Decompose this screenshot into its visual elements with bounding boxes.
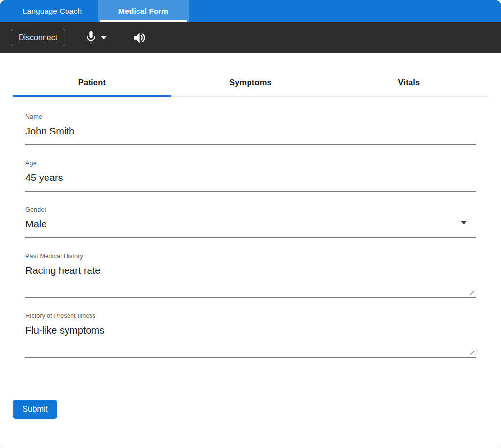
top-nav-bar: Language Coach Medical Form xyxy=(0,0,501,22)
history-present-illness-textarea[interactable]: Flu-like symptoms xyxy=(25,324,476,336)
tab-patient[interactable]: Patient xyxy=(13,68,171,96)
toolbar: Disconnect xyxy=(0,22,501,53)
gender-field[interactable]: Gender Male xyxy=(25,206,476,238)
past-medical-history-field: Past Medical History Racing heart rate xyxy=(25,253,476,298)
mic-control[interactable] xyxy=(85,30,107,45)
tab-language-coach[interactable]: Language Coach xyxy=(7,0,98,22)
age-field-label: Age xyxy=(25,160,476,167)
app-window: Language Coach Medical Form Disconnect xyxy=(0,0,501,448)
tab-language-coach-label: Language Coach xyxy=(23,7,82,16)
disconnect-button[interactable]: Disconnect xyxy=(11,29,65,46)
resize-handle-icon[interactable] xyxy=(469,349,475,354)
tab-symptoms[interactable]: Symptoms xyxy=(171,68,330,96)
history-present-illness-field: History of Present Illness Flu-like symp… xyxy=(25,313,476,358)
history-present-illness-label: History of Present Illness xyxy=(25,313,476,319)
submit-button[interactable]: Submit xyxy=(13,400,57,419)
speaker-icon[interactable] xyxy=(132,31,146,45)
microphone-icon[interactable] xyxy=(85,30,97,45)
name-field-label: Name xyxy=(25,113,476,120)
tab-symptoms-label: Symptoms xyxy=(229,78,272,87)
gender-select[interactable]: Male xyxy=(25,218,476,230)
tab-patient-label: Patient xyxy=(78,78,106,87)
age-field: Age 45 years xyxy=(25,160,476,192)
chevron-down-icon[interactable] xyxy=(100,35,107,40)
name-field: Name John Smith xyxy=(25,113,476,145)
tab-medical-form-label: Medical Form xyxy=(118,7,168,16)
tab-vitals-label: Vitals xyxy=(398,78,420,87)
patient-fields: Name John Smith Age 45 years Gender Male… xyxy=(25,113,476,358)
form-page: Patient Symptoms Vitals Name John Smith … xyxy=(0,53,501,448)
form-tabs: Patient Symptoms Vitals xyxy=(13,68,488,97)
past-medical-history-label: Past Medical History xyxy=(25,253,476,260)
past-medical-history-textarea[interactable]: Racing heart rate xyxy=(25,265,476,276)
age-input[interactable]: 45 years xyxy=(25,172,476,183)
name-input[interactable]: John Smith xyxy=(25,125,476,137)
tab-medical-form[interactable]: Medical Form xyxy=(98,0,189,22)
resize-handle-icon[interactable] xyxy=(469,289,475,294)
dropdown-arrow-icon[interactable] xyxy=(461,221,467,224)
gender-field-label: Gender xyxy=(25,206,476,213)
tab-vitals[interactable]: Vitals xyxy=(330,68,488,96)
